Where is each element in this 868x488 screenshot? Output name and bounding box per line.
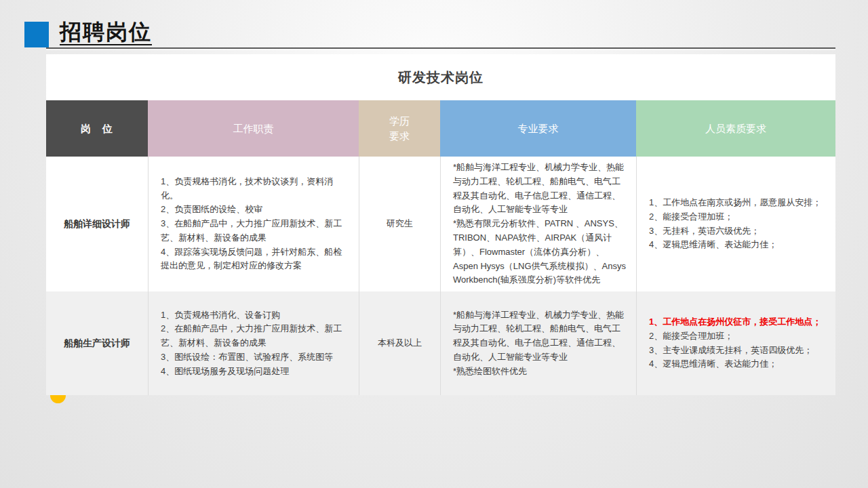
header-quality: 人员素质要求	[636, 100, 835, 157]
major-text: *船舶与海洋工程专业、机械力学专业、热能与动力工程、轮机工程、船舶电气、电气工程…	[441, 302, 636, 386]
slide-title: 招聘岗位	[60, 18, 152, 47]
cell-education: 研究生	[359, 157, 440, 291]
duties-text: 1、负责规格书消化、设备订购 2、在船舶产品中，大力推广应用新技术、新工艺、新材…	[149, 302, 359, 386]
table-title: 研发技术岗位	[46, 54, 835, 100]
table-row: 船舶生产设计师 1、负责规格书消化、设备订购 2、在船舶产品中，大力推广应用新技…	[46, 291, 835, 395]
quality-text: 1、工作地点在南京或扬州，愿意服从安排； 2、能接受合理加班； 3、无挂科，英语…	[637, 189, 831, 259]
cell-position: 船舶详细设计师	[46, 157, 148, 291]
cell-duties: 1、负责规格书消化，技术协议谈判，资料消化。 2、负责图纸的设绘、校审 3、在船…	[148, 157, 359, 291]
cell-position: 船舶生产设计师	[46, 291, 148, 395]
quality-rest-text: 2、能接受合理加班； 3、主专业课成绩无挂科，英语四级优先； 4、逻辑思维清晰、…	[649, 331, 812, 369]
major-text: *船舶与海洋工程专业、机械力学专业、热能与动力工程、轮机工程、船舶电气、电气工程…	[441, 154, 636, 294]
cell-duties: 1、负责规格书消化、设备订购 2、在船舶产品中，大力推广应用新技术、新工艺、新材…	[148, 291, 359, 395]
table-row: 船舶详细设计师 1、负责规格书消化，技术协议谈判，资料消化。 2、负责图纸的设绘…	[46, 157, 835, 291]
title-accent-square	[24, 22, 49, 47]
header-duties: 工作职责	[148, 100, 359, 157]
quality-highlight-text: 1、工作地点在扬州仪征市，接受工作地点；	[649, 315, 821, 329]
header-education: 学历 要求	[359, 100, 440, 157]
header-position: 岗 位	[46, 100, 148, 157]
table-header-row: 岗 位 工作职责 学历 要求 专业要求 人员素质要求	[46, 100, 835, 157]
title-divider	[46, 47, 835, 49]
cell-education: 本科及以上	[359, 291, 440, 395]
cell-quality: 1、工作地点在南京或扬州，愿意服从安排； 2、能接受合理加班； 3、无挂科，英语…	[636, 157, 835, 291]
cell-quality: 1、工作地点在扬州仪征市，接受工作地点；2、能接受合理加班； 3、主专业课成绩无…	[636, 291, 835, 395]
cell-major: *船舶与海洋工程专业、机械力学专业、热能与动力工程、轮机工程、船舶电气、电气工程…	[440, 291, 636, 395]
cell-major: *船舶与海洋工程专业、机械力学专业、热能与动力工程、轮机工程、船舶电气、电气工程…	[440, 157, 636, 291]
duties-text: 1、负责规格书消化，技术协议谈判，资料消化。 2、负责图纸的设绘、校审 3、在船…	[149, 168, 359, 281]
slide: 招聘岗位 研发技术岗位 岗 位 工作职责 学历 要求 专业要求 人员素质要求 船…	[0, 0, 868, 488]
header-major: 专业要求	[440, 100, 636, 157]
recruitment-table-panel: 研发技术岗位 岗 位 工作职责 学历 要求 专业要求 人员素质要求 船舶详细设计…	[46, 54, 835, 395]
quality-text: 1、工作地点在扬州仪征市，接受工作地点；2、能接受合理加班； 3、主专业课成绩无…	[637, 308, 831, 378]
